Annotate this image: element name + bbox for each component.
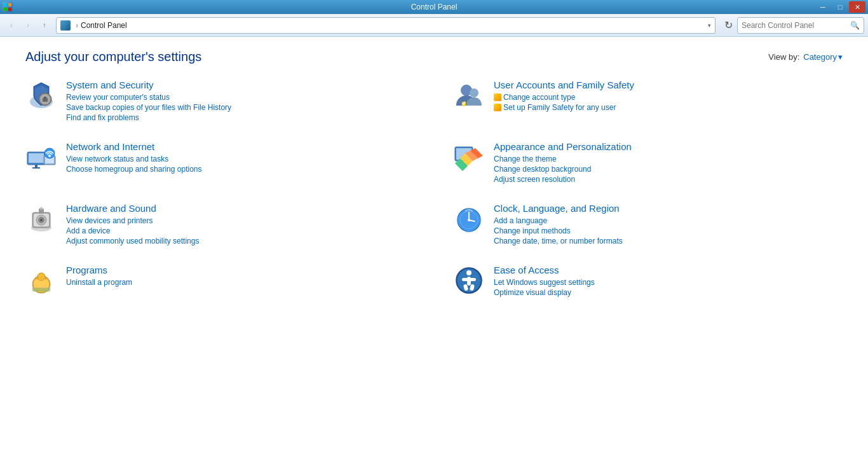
network-title[interactable]: Network and Internet: [66, 141, 415, 152]
category-clock: Clock, Language, and Region Add a langua…: [453, 203, 843, 247]
svg-point-10: [470, 88, 478, 97]
clock-title[interactable]: Clock, Language, and Region: [494, 203, 843, 214]
user-accounts-icon: [453, 79, 485, 111]
title-bar-left: [3, 2, 13, 12]
link-change-theme[interactable]: Change the theme: [494, 155, 843, 163]
svg-rect-3: [8, 8, 11, 11]
search-icon[interactable]: 🔍: [850, 21, 860, 30]
category-ease-access: Ease of Access Let Windows suggest setti…: [453, 265, 843, 298]
clock-content: Clock, Language, and Region Add a langua…: [494, 203, 843, 247]
category-hardware: Hardware and Sound View devices and prin…: [25, 203, 415, 247]
address-text: Control Panel: [81, 21, 708, 30]
title-bar: Control Panel ─ □ ✕: [0, 0, 868, 14]
network-icon: [25, 141, 57, 173]
svg-rect-13: [29, 153, 44, 163]
link-desktop-background[interactable]: Change desktop background: [494, 165, 843, 174]
svg-rect-1: [8, 3, 11, 6]
link-find-fix[interactable]: Find and fix problems: [66, 113, 415, 122]
svg-rect-51: [462, 278, 476, 281]
link-devices-printers[interactable]: View devices and printers: [66, 216, 415, 225]
svg-rect-35: [40, 207, 43, 210]
page-header: Adjust your computer's settings View by:…: [25, 50, 843, 64]
appearance-title[interactable]: Appearance and Personalization: [494, 141, 843, 152]
programs-content: Programs Uninstall a program: [66, 265, 415, 288]
programs-icon: [25, 265, 57, 296]
ease-access-title[interactable]: Ease of Access: [494, 265, 843, 275]
svg-rect-14: [35, 165, 37, 167]
svg-point-44: [37, 273, 45, 280]
link-input-methods[interactable]: Change input methods: [494, 226, 843, 235]
address-dropdown[interactable]: ▾: [708, 22, 711, 29]
address-bar-icon: [60, 20, 71, 31]
view-by-control: View by: Category ▾: [768, 52, 843, 62]
link-uninstall[interactable]: Uninstall a program: [66, 278, 415, 287]
minimize-button[interactable]: ─: [815, 1, 831, 13]
network-content: Network and Internet View network status…: [66, 141, 415, 175]
main-content: Adjust your computer's settings View by:…: [0, 37, 868, 311]
link-add-language[interactable]: Add a language: [494, 216, 843, 225]
maximize-button[interactable]: □: [832, 1, 848, 13]
hardware-title[interactable]: Hardware and Sound: [66, 203, 415, 214]
user-accounts-title[interactable]: User Accounts and Family Safety: [494, 79, 843, 90]
category-system-security: System and Security Review your computer…: [25, 79, 415, 123]
shield-icon-2: [494, 104, 501, 111]
categories-grid: System and Security Review your computer…: [25, 79, 843, 298]
link-date-time[interactable]: Change date, time, or number formats: [494, 237, 843, 245]
link-change-account[interactable]: Change account type: [494, 93, 843, 102]
shield-icon-1: [494, 93, 501, 101]
link-homegroup[interactable]: Choose homegroup and sharing options: [66, 165, 415, 174]
window-controls: ─ □ ✕: [815, 1, 865, 13]
ease-access-content: Ease of Access Let Windows suggest setti…: [494, 265, 843, 298]
svg-point-49: [466, 270, 471, 275]
svg-rect-15: [32, 167, 40, 169]
ease-access-icon: [453, 265, 485, 296]
appearance-content: Appearance and Personalization Change th…: [494, 141, 843, 185]
user-accounts-content: User Accounts and Family Safety Change a…: [494, 79, 843, 113]
hardware-icon: [25, 203, 57, 235]
link-mobility-settings[interactable]: Adjust commonly used mobility settings: [66, 237, 415, 245]
view-by-dropdown[interactable]: Category ▾: [803, 52, 843, 62]
close-button[interactable]: ✕: [849, 1, 865, 13]
refresh-button[interactable]: ↻: [721, 18, 736, 33]
svg-rect-0: [4, 3, 7, 6]
link-file-history[interactable]: Save backup copies of your files with Fi…: [66, 103, 415, 112]
programs-title[interactable]: Programs: [66, 265, 415, 275]
view-by-label: View by:: [768, 52, 799, 62]
svg-rect-8: [43, 98, 48, 102]
appearance-icon: [453, 141, 485, 173]
link-visual-display[interactable]: Optimize visual display: [494, 288, 843, 297]
category-user-accounts: User Accounts and Family Safety Change a…: [453, 79, 843, 123]
window-title: Control Panel: [411, 3, 458, 11]
page-title: Adjust your computer's settings: [25, 50, 201, 64]
search-input[interactable]: [742, 21, 850, 30]
back-button[interactable]: ‹: [4, 18, 19, 33]
system-security-icon: [25, 79, 57, 111]
address-bar: › Control Panel ▾: [56, 17, 715, 34]
navigation-bar: ‹ › ↑ › Control Panel ▾ ↻ 🔍: [0, 14, 868, 37]
link-family-safety[interactable]: Set up Family Safety for any user: [494, 103, 843, 112]
svg-rect-2: [4, 8, 7, 11]
clock-icon: [453, 203, 485, 235]
svg-point-19: [48, 155, 51, 157]
category-network: Network and Internet View network status…: [25, 141, 415, 185]
category-appearance: Appearance and Personalization Change th…: [453, 141, 843, 185]
system-security-title[interactable]: System and Security: [66, 79, 415, 90]
up-button[interactable]: ↑: [37, 18, 52, 33]
link-suggest-settings[interactable]: Let Windows suggest settings: [494, 278, 843, 287]
app-icon: [3, 2, 13, 12]
hardware-content: Hardware and Sound View devices and prin…: [66, 203, 415, 247]
forward-button[interactable]: ›: [20, 18, 36, 33]
link-add-device[interactable]: Add a device: [66, 226, 415, 235]
category-programs: Programs Uninstall a program: [25, 265, 415, 298]
address-separator: ›: [76, 21, 78, 30]
system-security-content: System and Security Review your computer…: [66, 79, 415, 123]
link-network-status[interactable]: View network status and tasks: [66, 155, 415, 163]
svg-point-41: [468, 219, 470, 221]
search-box: 🔍: [737, 17, 864, 34]
link-screen-resolution[interactable]: Adjust screen resolution: [494, 175, 843, 184]
link-review-status[interactable]: Review your computer's status: [66, 93, 415, 102]
svg-point-33: [40, 219, 43, 221]
svg-point-46: [32, 289, 50, 293]
